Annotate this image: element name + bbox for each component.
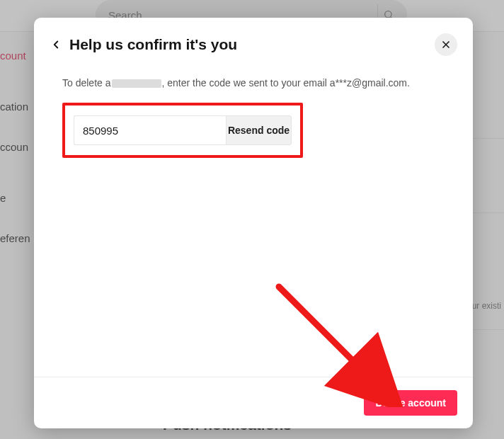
confirm-identity-modal: Help us confirm it's you To delete a, en… — [34, 18, 473, 428]
instr-part: To delete a — [62, 77, 111, 89]
back-button[interactable] — [47, 35, 65, 54]
close-button[interactable] — [435, 33, 457, 56]
instruction-text: To delete a, enter the code we sent to y… — [62, 77, 445, 89]
verification-code-input[interactable] — [74, 115, 226, 145]
instr-part: . — [407, 77, 410, 89]
modal-footer: Delete account — [34, 377, 473, 428]
modal-header: Help us confirm it's you — [34, 18, 473, 63]
modal-title: Help us confirm it's you — [69, 36, 435, 53]
redacted-username — [112, 79, 161, 88]
resend-code-button[interactable]: Resend code — [226, 115, 292, 145]
code-row: Resend code — [74, 115, 292, 145]
modal-body: To delete a, enter the code we sent to y… — [34, 63, 473, 377]
delete-account-button[interactable]: Delete account — [364, 390, 457, 416]
instr-part: , enter the code we sent to your email — [162, 77, 330, 89]
masked-email: a***z@gmail.com — [330, 77, 407, 89]
code-row-highlight: Resend code — [62, 103, 303, 158]
